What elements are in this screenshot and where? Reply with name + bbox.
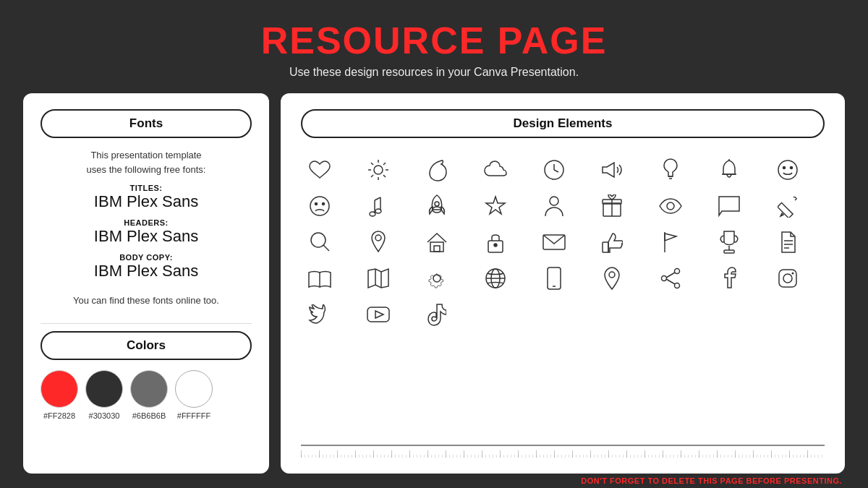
colors-swatches: #FF2828 #303030 #6B6B6B #FFFFFF bbox=[41, 370, 252, 420]
svg-point-33 bbox=[667, 202, 674, 210]
icon-rocket bbox=[418, 190, 456, 222]
svg-point-59 bbox=[609, 272, 615, 278]
color-item-white: #FFFFFF bbox=[175, 370, 213, 420]
icon-star bbox=[477, 190, 514, 222]
icon-trophy bbox=[710, 226, 748, 258]
icon-facebook bbox=[710, 262, 748, 294]
left-panel: Fonts This presentation template uses th… bbox=[23, 93, 269, 474]
font-name-headers: IBM Plex Sans bbox=[94, 227, 198, 246]
design-elements-header: Design Elements bbox=[301, 109, 825, 138]
colors-section: Colors #FF2828 #303030 #6B6B6B #FFFFFF bbox=[41, 331, 252, 420]
svg-line-6 bbox=[383, 175, 386, 177]
icon-flag bbox=[652, 226, 689, 258]
color-circle-red bbox=[41, 370, 78, 408]
icon-document bbox=[769, 226, 807, 258]
svg-line-7 bbox=[383, 163, 386, 165]
icon-pin bbox=[359, 226, 397, 258]
font-entry-headers: HEADERS: IBM Plex Sans bbox=[94, 218, 198, 246]
icon-music bbox=[359, 190, 397, 222]
icon-gear bbox=[418, 262, 456, 294]
icon-cloud bbox=[477, 154, 514, 186]
color-item-gray: #6B6B6B bbox=[130, 370, 168, 420]
svg-point-21 bbox=[323, 203, 325, 205]
divider bbox=[41, 323, 252, 324]
icon-location bbox=[593, 262, 631, 294]
icon-lock bbox=[477, 226, 514, 258]
color-hex-red: #FF2828 bbox=[43, 411, 75, 420]
color-hex-gray: #6B6B6B bbox=[132, 411, 166, 420]
icon-tiktok bbox=[418, 299, 456, 330]
icon-smiley bbox=[769, 154, 807, 186]
font-label-body: BODY COPY: bbox=[94, 253, 198, 262]
svg-line-64 bbox=[666, 279, 675, 284]
color-circle-gray bbox=[130, 370, 168, 408]
icon-bell bbox=[710, 154, 748, 186]
page-header: RESOURCE PAGE Use these design resources… bbox=[261, 0, 608, 79]
svg-point-60 bbox=[662, 276, 667, 281]
icon-home bbox=[418, 226, 456, 258]
svg-rect-43 bbox=[603, 242, 608, 252]
svg-line-36 bbox=[323, 245, 329, 251]
svg-rect-68 bbox=[367, 307, 389, 322]
icon-pencil bbox=[769, 190, 807, 222]
svg-point-37 bbox=[375, 235, 381, 241]
icon-search bbox=[301, 226, 339, 258]
svg-point-67 bbox=[792, 273, 794, 275]
svg-rect-38 bbox=[430, 242, 443, 252]
svg-rect-72 bbox=[301, 445, 825, 458]
icon-thumbsup bbox=[593, 226, 631, 258]
color-item-red: #FF2828 bbox=[41, 370, 78, 420]
font-name-body: IBM Plex Sans bbox=[94, 262, 198, 281]
font-label-headers: HEADERS: bbox=[94, 218, 198, 227]
svg-line-11 bbox=[554, 170, 558, 172]
colors-section-header: Colors bbox=[41, 331, 252, 360]
icon-map bbox=[359, 262, 397, 294]
color-hex-white: #FFFFFF bbox=[177, 411, 210, 420]
color-circle-dark bbox=[85, 370, 123, 408]
icon-globe bbox=[477, 262, 514, 294]
svg-line-8 bbox=[371, 175, 373, 177]
icon-mail bbox=[535, 226, 573, 258]
svg-point-26 bbox=[375, 209, 381, 213]
color-item-dark: #303030 bbox=[85, 370, 123, 420]
svg-point-0 bbox=[374, 166, 383, 174]
svg-line-63 bbox=[666, 273, 675, 278]
right-panel: Design Elements bbox=[281, 93, 845, 474]
font-entry-body: BODY COPY: IBM Plex Sans bbox=[94, 253, 198, 281]
icon-person bbox=[535, 190, 573, 222]
svg-rect-73 bbox=[301, 445, 825, 446]
icon-twitter bbox=[301, 299, 339, 330]
page-subtitle: Use these design resources in your Canva… bbox=[261, 66, 608, 79]
icon-moon bbox=[418, 154, 456, 186]
font-name-titles: IBM Plex Sans bbox=[94, 192, 198, 211]
svg-point-61 bbox=[675, 269, 680, 274]
footer-note: DON'T FORGET TO DELETE THIS PAGE BEFORE … bbox=[0, 474, 868, 488]
icon-clock bbox=[535, 154, 573, 186]
icon-eye bbox=[652, 190, 689, 222]
font-label-titles: TITLES: bbox=[94, 184, 198, 192]
icon-chat bbox=[710, 190, 748, 222]
icon-sun bbox=[359, 154, 397, 186]
icon-book bbox=[301, 262, 339, 294]
icon-megaphone bbox=[593, 154, 631, 186]
svg-rect-65 bbox=[779, 270, 796, 287]
svg-point-25 bbox=[370, 212, 375, 216]
svg-point-62 bbox=[675, 283, 680, 288]
svg-rect-46 bbox=[724, 250, 734, 253]
svg-point-41 bbox=[494, 244, 497, 247]
color-circle-white bbox=[175, 370, 213, 408]
icon-phone bbox=[535, 262, 573, 294]
icon-sad bbox=[301, 190, 339, 222]
fonts-note: You can find these fonts online too. bbox=[73, 295, 219, 306]
svg-point-29 bbox=[550, 197, 558, 205]
ruler bbox=[301, 445, 825, 458]
icons-grid bbox=[301, 154, 825, 330]
svg-line-24 bbox=[375, 197, 380, 200]
svg-rect-39 bbox=[434, 246, 440, 252]
fonts-description: This presentation template uses the foll… bbox=[87, 148, 206, 176]
svg-point-16 bbox=[778, 160, 797, 179]
main-content: Fonts This presentation template uses th… bbox=[0, 93, 868, 474]
icon-lightbulb bbox=[652, 154, 689, 186]
fonts-section-header: Fonts bbox=[41, 109, 252, 138]
svg-point-17 bbox=[783, 167, 786, 169]
